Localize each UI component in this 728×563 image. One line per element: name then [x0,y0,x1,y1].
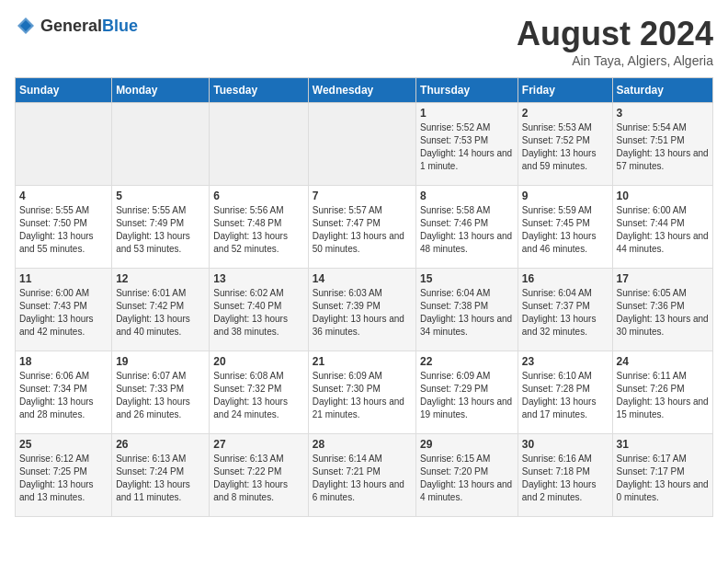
day-info: Sunrise: 6:16 AMSunset: 7:18 PMDaylight:… [522,453,609,504]
day-info: Sunrise: 6:11 AMSunset: 7:26 PMDaylight:… [617,370,709,421]
day-number: 12 [116,272,205,285]
day-header-saturday: Saturday [612,78,712,103]
day-number: 27 [213,438,303,451]
day-number: 24 [617,355,709,368]
logo: GeneralBlue [15,15,138,37]
day-cell: 19Sunrise: 6:07 AMSunset: 7:33 PMDayligh… [112,351,210,434]
week-row-5: 25Sunrise: 6:12 AMSunset: 7:25 PMDayligh… [16,434,713,517]
day-cell [308,103,415,186]
day-number: 28 [313,438,412,451]
day-number: 26 [116,438,205,451]
day-info: Sunrise: 5:52 AMSunset: 7:53 PMDaylight:… [420,121,514,173]
day-number: 16 [522,272,609,285]
day-cell: 24Sunrise: 6:11 AMSunset: 7:26 PMDayligh… [612,351,712,434]
day-info: Sunrise: 6:17 AMSunset: 7:17 PMDaylight:… [617,453,709,504]
day-cell: 17Sunrise: 6:05 AMSunset: 7:36 PMDayligh… [612,269,712,351]
day-header-tuesday: Tuesday [210,78,308,103]
day-info: Sunrise: 6:00 AMSunset: 7:44 PMDaylight:… [617,204,709,256]
day-info: Sunrise: 6:10 AMSunset: 7:28 PMDaylight:… [522,370,609,421]
day-cell: 2Sunrise: 5:53 AMSunset: 7:52 PMDaylight… [518,103,612,186]
day-header-friday: Friday [518,78,612,103]
day-number: 29 [420,438,514,451]
day-info: Sunrise: 6:09 AMSunset: 7:30 PMDaylight:… [313,370,412,421]
day-cell: 18Sunrise: 6:06 AMSunset: 7:34 PMDayligh… [16,351,112,434]
day-info: Sunrise: 5:57 AMSunset: 7:47 PMDaylight:… [313,204,412,256]
day-number: 20 [213,355,303,368]
day-info: Sunrise: 6:04 AMSunset: 7:38 PMDaylight:… [420,287,514,339]
day-cell: 25Sunrise: 6:12 AMSunset: 7:25 PMDayligh… [16,434,112,517]
day-number: 19 [116,355,205,368]
days-row: SundayMondayTuesdayWednesdayThursdayFrid… [16,78,713,103]
day-number: 11 [19,272,108,285]
week-row-3: 11Sunrise: 6:00 AMSunset: 7:43 PMDayligh… [16,269,713,351]
day-cell: 27Sunrise: 6:13 AMSunset: 7:22 PMDayligh… [210,434,308,517]
day-cell: 26Sunrise: 6:13 AMSunset: 7:24 PMDayligh… [112,434,210,517]
week-row-1: 1Sunrise: 5:52 AMSunset: 7:53 PMDaylight… [16,103,713,186]
day-cell: 15Sunrise: 6:04 AMSunset: 7:38 PMDayligh… [416,269,518,351]
day-cell: 14Sunrise: 6:03 AMSunset: 7:39 PMDayligh… [308,269,415,351]
day-cell: 5Sunrise: 5:55 AMSunset: 7:49 PMDaylight… [112,186,210,269]
day-info: Sunrise: 6:03 AMSunset: 7:39 PMDaylight:… [313,287,412,339]
day-info: Sunrise: 6:12 AMSunset: 7:25 PMDaylight:… [19,453,108,504]
day-number: 2 [522,107,609,120]
day-info: Sunrise: 6:00 AMSunset: 7:43 PMDaylight:… [19,287,108,339]
day-cell: 1Sunrise: 5:52 AMSunset: 7:53 PMDaylight… [416,103,518,186]
day-number: 4 [19,190,108,202]
day-info: Sunrise: 6:09 AMSunset: 7:29 PMDaylight:… [420,370,514,421]
day-number: 17 [617,272,709,285]
day-header-thursday: Thursday [416,78,518,103]
day-cell: 8Sunrise: 5:58 AMSunset: 7:46 PMDaylight… [416,186,518,269]
logo-blue: Blue [102,17,138,35]
day-cell: 12Sunrise: 6:01 AMSunset: 7:42 PMDayligh… [112,269,210,351]
day-cell: 4Sunrise: 5:55 AMSunset: 7:50 PMDaylight… [16,186,112,269]
day-info: Sunrise: 6:04 AMSunset: 7:37 PMDaylight:… [522,287,609,339]
day-info: Sunrise: 5:59 AMSunset: 7:45 PMDaylight:… [522,204,609,256]
calendar-header: SundayMondayTuesdayWednesdayThursdayFrid… [16,78,713,103]
day-info: Sunrise: 5:56 AMSunset: 7:48 PMDaylight:… [213,204,303,256]
day-cell: 7Sunrise: 5:57 AMSunset: 7:47 PMDaylight… [308,186,415,269]
day-cell: 13Sunrise: 6:02 AMSunset: 7:40 PMDayligh… [210,269,308,351]
day-number: 6 [213,190,303,202]
day-cell: 20Sunrise: 6:08 AMSunset: 7:32 PMDayligh… [210,351,308,434]
day-info: Sunrise: 5:58 AMSunset: 7:46 PMDaylight:… [420,204,514,256]
day-cell: 22Sunrise: 6:09 AMSunset: 7:29 PMDayligh… [416,351,518,434]
day-cell: 21Sunrise: 6:09 AMSunset: 7:30 PMDayligh… [308,351,415,434]
day-number: 30 [522,438,609,451]
day-info: Sunrise: 5:54 AMSunset: 7:51 PMDaylight:… [617,121,709,173]
day-number: 7 [313,190,412,202]
day-number: 14 [313,272,412,285]
day-info: Sunrise: 6:15 AMSunset: 7:20 PMDaylight:… [420,453,514,504]
day-cell: 30Sunrise: 6:16 AMSunset: 7:18 PMDayligh… [518,434,612,517]
day-cell: 23Sunrise: 6:10 AMSunset: 7:28 PMDayligh… [518,351,612,434]
day-number: 1 [420,107,514,120]
logo-icon [15,15,37,37]
calendar-body: 1Sunrise: 5:52 AMSunset: 7:53 PMDaylight… [16,103,713,517]
day-number: 31 [617,438,709,451]
day-info: Sunrise: 5:53 AMSunset: 7:52 PMDaylight:… [522,121,609,173]
day-cell: 6Sunrise: 5:56 AMSunset: 7:48 PMDaylight… [210,186,308,269]
day-header-sunday: Sunday [16,78,112,103]
day-info: Sunrise: 6:01 AMSunset: 7:42 PMDaylight:… [116,287,205,339]
logo-general: General [40,17,102,35]
day-number: 21 [313,355,412,368]
day-number: 25 [19,438,108,451]
day-info: Sunrise: 6:02 AMSunset: 7:40 PMDaylight:… [213,287,303,339]
day-number: 5 [116,190,205,202]
day-info: Sunrise: 5:55 AMSunset: 7:49 PMDaylight:… [116,204,205,256]
day-info: Sunrise: 6:08 AMSunset: 7:32 PMDaylight:… [213,370,303,421]
day-info: Sunrise: 5:55 AMSunset: 7:50 PMDaylight:… [19,204,108,256]
day-info: Sunrise: 6:13 AMSunset: 7:24 PMDaylight:… [116,453,205,504]
day-cell: 10Sunrise: 6:00 AMSunset: 7:44 PMDayligh… [612,186,712,269]
day-info: Sunrise: 6:06 AMSunset: 7:34 PMDaylight:… [19,370,108,421]
day-info: Sunrise: 6:13 AMSunset: 7:22 PMDaylight:… [213,453,303,504]
title-area: August 2024 Ain Taya, Algiers, Algeria [517,15,713,68]
day-cell [112,103,210,186]
page-title: August 2024 [517,15,713,53]
day-cell [16,103,112,186]
calendar-table: SundayMondayTuesdayWednesdayThursdayFrid… [15,77,713,517]
day-number: 9 [522,190,609,202]
day-header-monday: Monday [112,78,210,103]
day-number: 13 [213,272,303,285]
day-cell: 28Sunrise: 6:14 AMSunset: 7:21 PMDayligh… [308,434,415,517]
day-info: Sunrise: 6:07 AMSunset: 7:33 PMDaylight:… [116,370,205,421]
